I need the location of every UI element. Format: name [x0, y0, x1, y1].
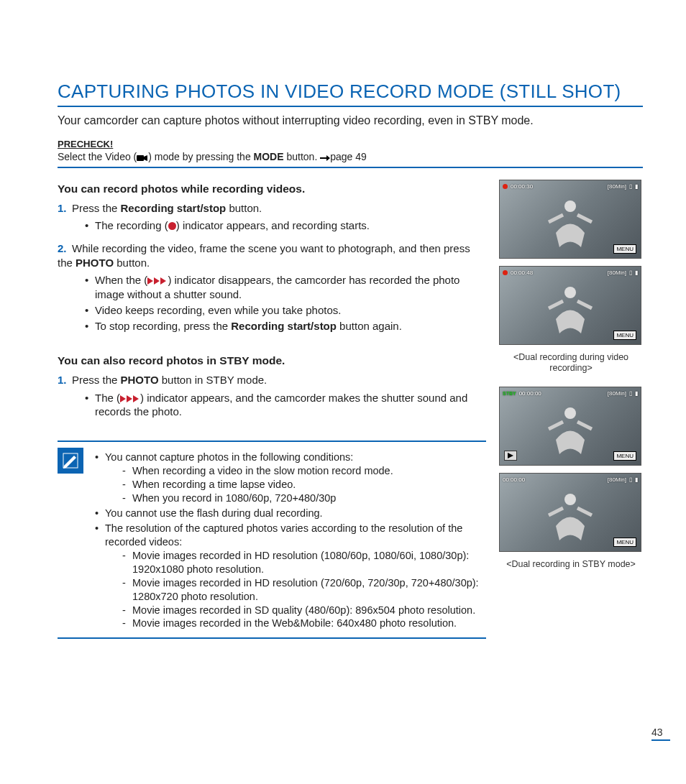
step-number: 1. [58, 373, 72, 387]
step1-bold: Recording start/stop [121, 202, 227, 214]
t: ) indicator appears, and recording start… [176, 219, 370, 231]
triple-play-icon [147, 274, 168, 286]
stby-label: STBY [503, 391, 516, 396]
note-b3: The resolution of the captured photos va… [95, 522, 486, 630]
osd-time: 00:00:30 [511, 183, 533, 190]
svg-point-5 [564, 494, 576, 505]
note-b2: You cannot use the flash during dual rec… [95, 507, 486, 520]
t: When the ( [95, 274, 147, 286]
note-b3-d4: Movie images recorded in the Web&Mobile:… [122, 617, 486, 630]
record-icon [503, 270, 508, 275]
step2-bullet3: To stop recording, press the Recording s… [85, 319, 486, 333]
osd-remain: [80Min] [608, 476, 626, 483]
note-pencil-icon [58, 448, 83, 474]
osd-time: 00:00:00 [503, 476, 525, 483]
menu-button: MENU [613, 244, 636, 254]
step2-bullet2: Video keeps recording, even while you ta… [85, 303, 486, 318]
svg-point-2 [564, 200, 576, 212]
step-number: 2. [58, 241, 72, 256]
play-mode-icon [504, 451, 517, 461]
precheck-page-ref: page 49 [330, 151, 367, 162]
triple-play-icon [120, 392, 140, 404]
osd-remain: [80Min] [608, 390, 626, 397]
lcd-screenshot-2: 00:00:48[80Min]▯▮ MENU [499, 266, 641, 345]
caption-a: <Dual recording during video recording> [499, 352, 643, 374]
note-b1: You cannot capture photos in the followi… [95, 451, 486, 505]
record-icon [503, 184, 508, 189]
sd-card-icon: ▯ [629, 183, 632, 190]
note-b1-d1: When recording a video in the slow motio… [122, 464, 486, 478]
precheck-label: PRECHECK! [58, 139, 643, 149]
video-camera-icon [137, 151, 148, 162]
note-box: You cannot capture photos in the followi… [58, 441, 486, 639]
note-b1-d3: When you record in 1080/60p, 720+480/30p [122, 492, 486, 505]
precheck-text-a: Select the Video ( [58, 151, 137, 162]
precheck-text-c: button. [284, 151, 321, 162]
note-b3-d2: Movie images recorded in HD resolution (… [122, 576, 486, 604]
precheck-text-b: ) mode by pressing the [148, 151, 253, 162]
step1-b: button. [226, 202, 262, 214]
step2-b: button. [114, 257, 150, 269]
record-icon [168, 222, 176, 230]
lcd-screenshot-4: 00:00:00[80Min]▯▮ MENU [499, 473, 641, 552]
t: The recording ( [95, 219, 168, 231]
precheck-text-bold: MODE [254, 151, 284, 162]
page-number: 43 [651, 727, 670, 741]
b1-b: button in STBY mode. [159, 374, 267, 386]
battery-icon: ▮ [635, 183, 638, 190]
svg-rect-0 [137, 155, 144, 161]
caption-b: <Dual recording in STBY mode> [499, 559, 643, 570]
sd-card-icon: ▯ [629, 390, 632, 397]
note-b3-d3: Movie images recorded in SD quality (480… [122, 604, 486, 617]
t: button again. [337, 320, 402, 332]
sd-card-icon: ▯ [629, 269, 632, 276]
battery-icon: ▮ [635, 390, 638, 397]
page-title: CAPTURING PHOTOS IN VIDEO RECORD MODE (S… [58, 80, 643, 107]
step1-bullet1: The recording () indicator appears, and … [85, 218, 486, 233]
t: You cannot capture photos in the followi… [105, 451, 353, 463]
b1-bold: PHOTO [121, 374, 159, 386]
step-1: 1.Press the Recording start/stop button.… [58, 201, 486, 233]
lcd-screenshot-3: STBY00:00:00[80Min]▯▮ MENU [499, 387, 641, 466]
osd-remain: [80Min] [608, 183, 626, 190]
battery-icon: ▮ [635, 476, 638, 483]
b1-bullet1: The () indicator appears, and the camcor… [85, 391, 486, 420]
note-b3-d1: Movie images recorded in HD resolution (… [122, 549, 486, 576]
intro-text: Your camcorder can capture photos withou… [58, 113, 643, 129]
svg-point-4 [564, 407, 576, 419]
osd-time: 00:00:00 [519, 390, 541, 397]
step-2: 2.While recording the video, frame the s… [58, 241, 486, 333]
t: The ( [95, 392, 120, 404]
t: Recording start/stop [231, 320, 337, 332]
t: The resolution of the captured photos va… [105, 522, 462, 548]
svg-point-3 [564, 287, 576, 298]
step2-bold: PHOTO [76, 257, 114, 269]
menu-button: MENU [613, 331, 636, 340]
lcd-screenshot-1: 00:00:30[80Min]▯▮ MENU [499, 180, 641, 259]
t: To stop recording, press the [95, 320, 231, 332]
sd-card-icon: ▯ [629, 476, 632, 483]
step-number: 1. [58, 201, 72, 216]
step2-bullet1: When the () indicator disappears, the ca… [85, 273, 486, 302]
battery-icon: ▮ [635, 269, 638, 276]
note-b1-d2: When recording a time lapse video. [122, 478, 486, 492]
precheck-body: Select the Video () mode by pressing the… [58, 151, 643, 168]
section-b-heading: You can also record photos in STBY mode. [58, 354, 486, 367]
arrow-right-icon [320, 151, 330, 162]
t: ) indicator appears, and the camcorder m… [95, 392, 467, 418]
osd-time: 00:00:48 [511, 269, 533, 276]
osd-remain: [80Min] [608, 269, 626, 276]
step-b1: 1.Press the PHOTO button in STBY mode. T… [58, 373, 486, 419]
b1-a: Press the [72, 374, 121, 386]
section-a-heading: You can record photos while recording vi… [58, 183, 486, 195]
menu-button: MENU [613, 538, 636, 547]
step1-a: Press the [72, 202, 121, 214]
menu-button: MENU [613, 451, 636, 461]
